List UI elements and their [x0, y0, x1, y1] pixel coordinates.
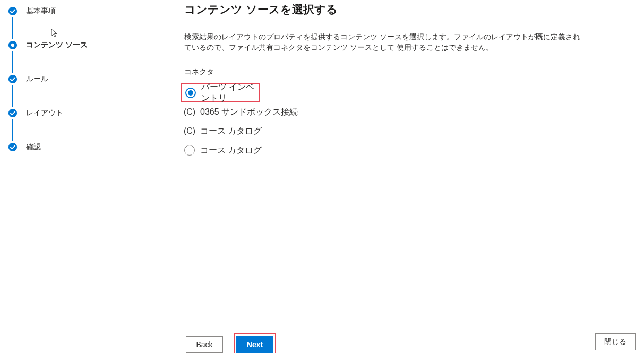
step-confirm[interactable]: 確認: [7, 141, 114, 153]
connector-option-course-catalog[interactable]: コース カタログ: [184, 141, 644, 160]
step-content-source[interactable]: コンテンツ ソース: [7, 39, 114, 51]
connector-option-parts-inventory[interactable]: パーツ インベントリ: [181, 83, 260, 102]
step-label: 基本事項: [26, 6, 56, 16]
svg-point-4: [8, 109, 17, 117]
page-title: コンテンツ ソースを選択する: [184, 2, 644, 17]
step-rules[interactable]: ルール: [7, 73, 114, 85]
radio-selected-icon: [185, 88, 196, 98]
svg-point-3: [8, 75, 17, 83]
step-layout[interactable]: レイアウト: [7, 107, 114, 119]
step-label: レイアウト: [26, 108, 63, 118]
check-icon: [7, 6, 18, 16]
option-label: 0365 サンドボックス接続: [200, 107, 298, 118]
step-list: 基本事項 コンテンツ ソース ルール レイアウト 確認: [7, 5, 114, 153]
step-label: コンテンツ ソース: [26, 40, 88, 50]
step-basics[interactable]: 基本事項: [7, 5, 114, 17]
disabled-indicator-icon: (C): [184, 107, 195, 117]
step-connector: [12, 17, 13, 39]
step-label: 確認: [26, 142, 41, 152]
radio-unselected-icon: [184, 145, 195, 156]
check-icon: [7, 142, 18, 152]
main-panel: コンテンツ ソースを選択する 検索結果のレイアウトのプロパティを提供するコンテン…: [184, 0, 644, 160]
current-step-icon: [7, 40, 18, 50]
step-label: ルール: [26, 74, 48, 84]
close-button[interactable]: 閉じる: [595, 333, 636, 350]
connector-radio-group: パーツ インベントリ (C) 0365 サンドボックス接続 (C) コース カタ…: [184, 83, 644, 160]
step-connector: [12, 119, 13, 141]
page-description: 検索結果のレイアウトのプロパティを提供するコンテンツ ソースを選択します。ファイ…: [184, 32, 582, 53]
disabled-indicator-icon: (C): [184, 126, 195, 136]
svg-point-0: [8, 7, 17, 15]
check-icon: [7, 74, 18, 84]
check-icon: [7, 108, 18, 118]
back-button[interactable]: Back: [186, 336, 223, 353]
connector-group-label: コネクタ: [184, 67, 644, 77]
next-button-highlight: Next: [234, 333, 276, 353]
option-label: コース カタログ: [200, 126, 262, 137]
svg-point-2: [11, 44, 14, 47]
option-label: コース カタログ: [200, 145, 262, 156]
footer: Back Next 閉じる: [0, 326, 644, 353]
next-button[interactable]: Next: [236, 336, 273, 353]
option-label: パーツ インベントリ: [201, 82, 259, 104]
svg-point-5: [8, 143, 17, 151]
connector-option-o365-sandbox: (C) 0365 サンドボックス接続: [184, 102, 644, 122]
step-connector: [12, 51, 13, 73]
connector-option-course-catalog-disabled: (C) コース カタログ: [184, 122, 644, 141]
step-connector: [12, 85, 13, 107]
